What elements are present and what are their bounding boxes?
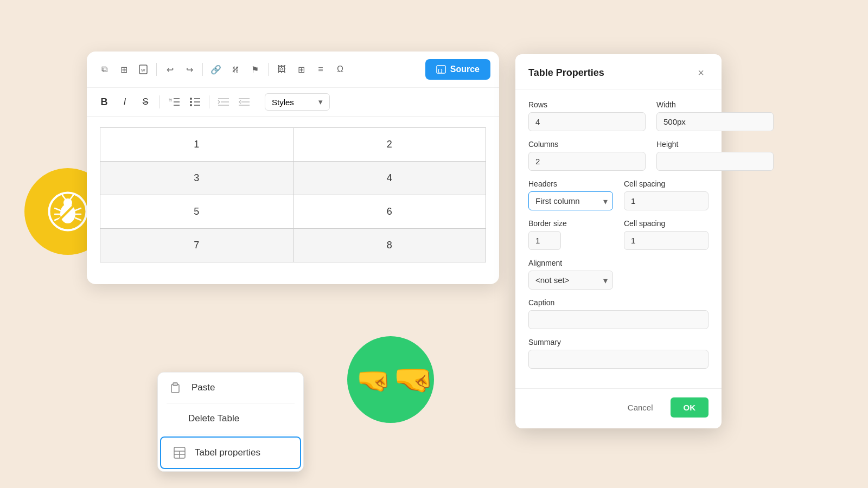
width-input[interactable]	[656, 112, 774, 131]
dialog-close-button[interactable]: ×	[693, 65, 709, 80]
toolbar-sep-3	[268, 63, 269, 76]
rows-label: Rows	[528, 100, 646, 109]
paste-word-icon[interactable]: W	[135, 61, 152, 78]
dialog-row-border-cellspacing2: Border size Cell spacing	[528, 219, 709, 250]
cell-spacing-2-label: Cell spacing	[624, 219, 709, 228]
ok-button[interactable]: OK	[671, 397, 709, 418]
dialog-row-rows-width: Rows Width	[528, 100, 709, 131]
italic-button[interactable]: I	[116, 93, 133, 111]
cell-spacing-1-field: Cell spacing	[624, 179, 709, 210]
delete-table-label: Delete Table	[188, 413, 239, 424]
svg-line-3	[62, 195, 66, 200]
svg-line-8	[75, 208, 81, 210]
svg-line-10	[75, 218, 81, 220]
table-cell-6[interactable]: 6	[293, 195, 486, 229]
alignment-field: Alignment <not set> Left Center Right	[528, 259, 613, 290]
list-icon[interactable]: ≡	[312, 61, 329, 78]
summary-input[interactable]	[528, 350, 709, 369]
image-icon[interactable]: 🖼	[273, 61, 290, 78]
dialog-body: Rows Width Columns Height Headers	[515, 89, 722, 388]
redo-icon[interactable]: ↪	[181, 61, 198, 78]
summary-field: Summary	[528, 338, 709, 369]
special-char-icon[interactable]: Ω	[331, 61, 349, 78]
svg-rect-37	[173, 383, 177, 386]
context-menu-paste[interactable]: Paste	[158, 373, 303, 403]
table-row: 7 8	[100, 229, 486, 262]
columns-label: Columns	[528, 140, 646, 149]
headers-label: Headers	[528, 179, 613, 188]
strikethrough-button[interactable]: S	[137, 93, 154, 111]
rows-field: Rows	[528, 100, 646, 131]
table-icon[interactable]: ⊞	[292, 61, 310, 78]
summary-label: Summary	[528, 338, 709, 346]
svg-text:🤜: 🤜	[356, 364, 391, 397]
editor-table: 1 2 3 4 5 6 7 8	[100, 127, 486, 262]
context-menu-table-properties[interactable]: Tabel properties	[160, 436, 301, 469]
border-size-field: Border size	[528, 219, 613, 250]
svg-point-26	[190, 104, 192, 106]
table-cell-8[interactable]: 8	[293, 229, 486, 262]
dialog-row-alignment: Alignment <not set> Left Center Right	[528, 259, 709, 290]
toolbar-sep-1	[156, 63, 157, 76]
border-size-label: Border size	[528, 219, 613, 228]
styles-dropdown[interactable]: Styles ▾	[265, 93, 330, 111]
cell-spacing-1-input[interactable]	[624, 191, 709, 210]
undo-icon[interactable]: ↩	[161, 61, 178, 78]
table-cell-4[interactable]: 4	[293, 162, 486, 195]
cell-spacing-2-field: Cell spacing	[624, 219, 709, 250]
bold-button[interactable]: B	[95, 93, 113, 111]
indent-increase-button[interactable]	[235, 93, 253, 111]
flag-icon[interactable]: ⚑	[246, 61, 264, 78]
table-properties-label: Tabel properties	[195, 447, 260, 458]
delete-icon	[169, 411, 181, 426]
caption-label: Caption	[528, 298, 709, 307]
fmt-sep-2	[209, 95, 209, 108]
rows-input[interactable]	[528, 112, 646, 131]
decorative-green-circle: 🤜 🤜	[347, 336, 434, 423]
editor-toolbar: ⧉ ⊞ W ↩ ↪ 🔗 ⛓ ⚑ 🖼 ⊞ ≡ Ω { } Source	[87, 52, 499, 88]
table-row: 3 4	[100, 162, 486, 195]
unordered-list-button[interactable]	[186, 93, 203, 111]
table-row: 1 2	[100, 128, 486, 162]
menu-separator-2	[167, 434, 295, 434]
table-cell-3[interactable]: 3	[100, 162, 293, 195]
ordered-list-button[interactable]: ½	[165, 93, 183, 111]
svg-line-5	[55, 208, 60, 210]
caption-field: Caption	[528, 298, 709, 329]
table-properties-dialog: Table Properties × Rows Width Columns He…	[515, 54, 722, 428]
height-input[interactable]	[656, 152, 774, 171]
height-label: Height	[656, 140, 774, 149]
table-cell-1[interactable]: 1	[100, 128, 293, 162]
paste-special-icon[interactable]: ⊞	[115, 61, 132, 78]
dialog-header: Table Properties ×	[515, 54, 722, 89]
columns-input[interactable]	[528, 152, 646, 171]
cancel-button[interactable]: Cancel	[617, 397, 664, 418]
copy-icon[interactable]: ⧉	[95, 61, 113, 78]
columns-field: Columns	[528, 140, 646, 171]
cell-spacing-2-input[interactable]	[624, 231, 709, 250]
border-size-input[interactable]	[528, 231, 561, 250]
context-menu-delete-table[interactable]: Delete Table	[158, 403, 303, 434]
paste-icon	[169, 380, 184, 395]
editor-panel: ⧉ ⊞ W ↩ ↪ 🔗 ⛓ ⚑ 🖼 ⊞ ≡ Ω { } Source B I S	[87, 52, 499, 284]
source-button[interactable]: { } Source	[425, 59, 490, 80]
headers-select[interactable]: First column First row Both None	[528, 191, 613, 210]
headers-select-wrapper: First column First row Both None	[528, 191, 613, 210]
link-icon[interactable]: 🔗	[207, 61, 225, 78]
table-cell-5[interactable]: 5	[100, 195, 293, 229]
svg-point-2	[63, 198, 72, 207]
table-cell-2[interactable]: 2	[293, 128, 486, 162]
alignment-spacer	[624, 259, 709, 290]
editor-content: 1 2 3 4 5 6 7 8	[87, 117, 499, 284]
table-cell-7[interactable]: 7	[100, 229, 293, 262]
alignment-select[interactable]: <not set> Left Center Right	[528, 271, 613, 290]
cell-spacing-1-label: Cell spacing	[624, 179, 709, 188]
height-field: Height	[656, 140, 774, 171]
svg-point-24	[190, 98, 192, 100]
indent-decrease-button[interactable]	[215, 93, 232, 111]
fmt-sep-1	[159, 95, 160, 108]
dialog-footer: Cancel OK	[515, 388, 722, 428]
caption-input[interactable]	[528, 310, 709, 329]
formatting-bar: B I S ½	[87, 88, 499, 117]
unlink-icon[interactable]: ⛓	[227, 61, 244, 78]
